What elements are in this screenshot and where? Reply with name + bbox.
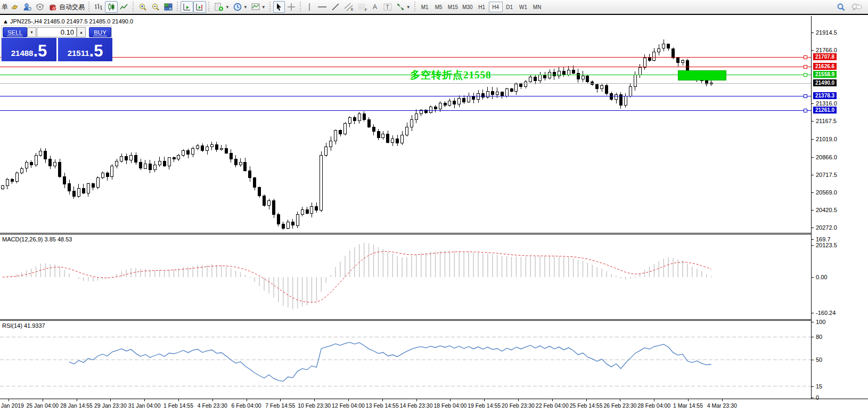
trendline-tool-icon[interactable] [329, 1, 342, 13]
chat-icon[interactable] [851, 2, 863, 12]
collapse-arrow-icon[interactable]: ▲ [3, 18, 9, 25]
blue-price-label[interactable]: 21378.3 [813, 92, 837, 99]
timeframe-buttons: M1M5M15M30H1H4D1W1MN [418, 2, 544, 12]
timeframe-button-mn[interactable]: MN [530, 2, 544, 12]
highlight-rectangle[interactable] [678, 70, 726, 80]
time-axis-tick [450, 399, 451, 401]
macd-axis-tick-label: 169.7 [816, 236, 831, 242]
lot-decrease-button[interactable]: ▼ [27, 27, 36, 37]
tile-windows-icon[interactable] [162, 1, 175, 13]
main-toolbar: 单 自动交易 [0, 0, 868, 14]
new-order-icon[interactable]: ▼ [212, 1, 231, 13]
price-axis-tick-label: 21316.0 [816, 100, 837, 107]
line-drag-handle[interactable] [804, 55, 807, 59]
sell-price-fraction: .5 [33, 43, 47, 59]
channel-tool-icon[interactable]: E [342, 1, 356, 13]
lot-size-input[interactable] [37, 27, 77, 37]
time-axis-label: 12 Feb 04:00 [332, 402, 365, 409]
green-price-label[interactable]: 21558.9 [813, 71, 837, 78]
line-drag-handle[interactable] [804, 109, 807, 112]
macd-axis-tick [812, 239, 814, 240]
sell-price-panel[interactable]: 21488.5 [2, 38, 56, 61]
lot-increase-button[interactable]: ▲ [77, 27, 86, 37]
gold-icon[interactable] [8, 1, 21, 13]
time-axis[interactable]: 23 Jan 201925 Jan 04:0028 Jan 14:5529 Ja… [0, 399, 868, 413]
search-icon[interactable] [836, 2, 846, 12]
autoscroll-icon[interactable] [181, 1, 193, 13]
cursor-tool-icon[interactable] [273, 1, 285, 13]
macd-panel[interactable]: MACD(12,26,9) 3.85 48.53 [0, 234, 811, 319]
red-price-label[interactable]: 21626.6 [813, 63, 837, 70]
toolbar-grip [132, 2, 135, 12]
red-price-line[interactable] [0, 57, 811, 58]
dropdown-caret: ▼ [406, 5, 411, 10]
zoom-in-icon[interactable] [136, 1, 149, 13]
timeframe-button-d1[interactable]: D1 [503, 2, 517, 12]
time-axis-label: 18 Feb 04:00 [433, 402, 466, 409]
time-axis-label: 31 Jan 04:00 [128, 402, 161, 409]
periods-icon[interactable]: ▼ [231, 1, 249, 13]
timeframe-button-m5[interactable]: M5 [432, 2, 446, 12]
svg-text:F: F [365, 8, 367, 12]
red-price-line[interactable] [0, 67, 811, 67]
macd-axis-tick [812, 313, 814, 313]
current-price-label[interactable]: 21490.0 [813, 79, 837, 86]
red-price-label[interactable]: 21707.8 [813, 53, 837, 60]
horizontal-line-tool-icon[interactable] [315, 1, 329, 13]
vertical-line-tool-icon[interactable] [304, 1, 315, 13]
time-axis-tick [178, 399, 179, 401]
time-axis-tick [416, 399, 417, 401]
price-axis-tick [812, 192, 814, 193]
timeframe-button-w1[interactable]: W1 [517, 2, 530, 12]
candlestick-chart-icon[interactable] [105, 1, 118, 13]
buy-price-panel[interactable]: 21511.5 [58, 38, 112, 61]
line-drag-handle[interactable] [804, 94, 807, 98]
time-axis-label: 1 Feb 14:55 [163, 402, 193, 409]
pivot-annotation-text[interactable]: 多空转折点21558 [410, 68, 492, 82]
text-tool-icon[interactable]: A [370, 1, 381, 13]
current-price-line[interactable] [0, 83, 811, 84]
blue-price-line[interactable] [0, 96, 811, 96]
fibonacci-tool-icon[interactable]: F [356, 1, 370, 13]
time-axis-tick [43, 399, 43, 401]
zoom-out-icon[interactable] [149, 1, 162, 13]
toolbar-grip [207, 2, 211, 12]
price-axis[interactable]: 21914.521766.021316.021167.521019.020866… [811, 16, 868, 399]
label-tool-icon[interactable]: T [381, 1, 394, 13]
chart-shift-icon[interactable] [193, 1, 206, 13]
crosshair-tool-icon[interactable] [285, 1, 298, 13]
buy-button[interactable]: BUY [89, 27, 111, 37]
mt4-terminal: 单 自动交易 [0, 0, 868, 413]
price-axis-tick [812, 210, 814, 210]
blue-price-line[interactable] [0, 110, 811, 111]
price-axis-tick [812, 103, 814, 104]
timeframe-button-h1[interactable]: H1 [475, 2, 489, 12]
timeframe-button-m30[interactable]: M30 [460, 2, 474, 12]
dropdown-caret: ▼ [243, 5, 248, 10]
trader-icon[interactable] [21, 1, 34, 13]
rsi-panel[interactable]: RSI(14) 41.9337 [0, 321, 811, 399]
templates-icon[interactable]: ▼ [249, 1, 267, 13]
timeframe-button-m15[interactable]: M15 [446, 2, 460, 12]
blue-price-label[interactable]: 21261.0 [813, 107, 837, 114]
autotrading-button[interactable]: 自动交易 [46, 1, 86, 13]
signal-icon[interactable] [34, 1, 46, 13]
candlestick-chart[interactable] [0, 16, 811, 233]
price-axis-tick [812, 245, 814, 246]
arrows-tool-icon[interactable]: ▼ [394, 1, 412, 13]
sell-button[interactable]: SELL [3, 27, 27, 37]
bar-chart-icon[interactable] [92, 1, 105, 13]
macd-chart [0, 234, 811, 319]
timeframe-button-h4[interactable]: H4 [489, 2, 503, 12]
price-axis-tick [812, 175, 814, 175]
line-drag-handle[interactable] [804, 73, 807, 77]
trade-panel-top-row: SELL ▼ ▲ BUY [2, 26, 111, 38]
price-axis-tick-label: 20569.0 [816, 189, 837, 196]
timeframe-button-m1[interactable]: M1 [418, 2, 432, 12]
toolbar-grip [413, 2, 417, 12]
sell-price-main: 21488 [11, 47, 34, 59]
line-drag-handle[interactable] [804, 65, 807, 69]
line-chart-icon[interactable] [118, 1, 130, 13]
main-chart-area[interactable]: ▲ JPN225-,H4 21485.0 21497.5 21485.0 214… [0, 16, 811, 233]
macd-label: MACD(12,26,9) 3.85 48.53 [2, 236, 72, 242]
